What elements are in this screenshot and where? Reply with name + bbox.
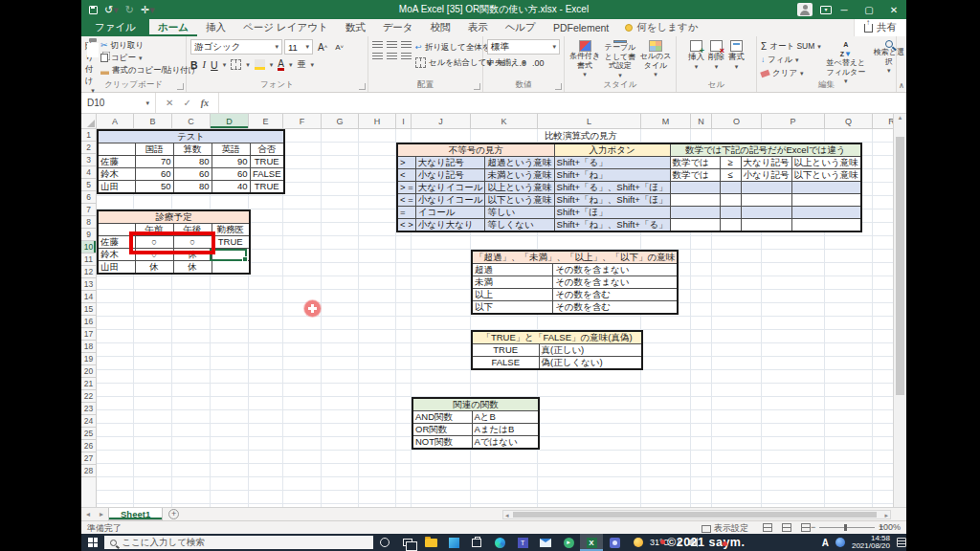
new-sheet-button[interactable]: + bbox=[168, 509, 179, 519]
cell[interactable]: 以下という意味 bbox=[791, 169, 861, 182]
cell[interactable]: 以上という意味 bbox=[485, 182, 554, 194]
cell[interactable]: TRUE bbox=[212, 236, 250, 249]
column-header-K[interactable]: K bbox=[471, 114, 538, 128]
account-avatar[interactable] bbox=[797, 3, 813, 16]
cell[interactable]: 勤務医 bbox=[212, 224, 250, 236]
tab-ヘルプ[interactable]: ヘルプ bbox=[497, 19, 545, 36]
copy-button[interactable]: コピー▾ bbox=[100, 52, 196, 64]
cell[interactable]: 80 bbox=[173, 181, 212, 194]
cells-area[interactable]: テスト国語算数英語合否佐藤708090TRUE鈴木606060FALSE山田50… bbox=[97, 129, 893, 507]
column-header-H[interactable]: H bbox=[359, 114, 396, 128]
cell[interactable] bbox=[791, 194, 861, 207]
name-box[interactable]: D10▾ bbox=[81, 93, 156, 113]
cell[interactable]: 以上という意味 bbox=[791, 157, 861, 169]
italic-button[interactable]: I bbox=[203, 59, 207, 70]
row-header-27[interactable]: 27 bbox=[81, 452, 96, 465]
number-format-combo[interactable]: 標準▾ bbox=[487, 39, 560, 55]
cell[interactable]: 数学では bbox=[670, 157, 720, 169]
cell[interactable]: 以下 bbox=[472, 301, 553, 315]
cell[interactable]: 等しい bbox=[485, 207, 554, 219]
cell[interactable]: TRUE bbox=[250, 181, 284, 194]
align-top-icon[interactable] bbox=[372, 41, 383, 50]
find-select-button[interactable]: 検索と選択▾ bbox=[872, 39, 906, 79]
cell[interactable]: 関連の関数 bbox=[412, 398, 539, 411]
row-header-7[interactable]: 7 bbox=[81, 204, 96, 216]
sheet-nav-left-icon[interactable]: ◂ bbox=[81, 510, 95, 518]
ime-ball-icon[interactable] bbox=[835, 538, 845, 547]
column-header-A[interactable]: A bbox=[97, 114, 134, 128]
row-header-11[interactable]: 11 bbox=[81, 253, 96, 266]
select-all-corner[interactable] bbox=[81, 114, 97, 129]
cell[interactable]: 超過 bbox=[472, 264, 553, 276]
column-header-J[interactable]: J bbox=[412, 114, 471, 128]
paste-button[interactable]: 貼り付け ▾ bbox=[85, 39, 100, 79]
column-header-Q[interactable]: Q bbox=[825, 114, 873, 128]
fill-button[interactable]: ↓フィル▾ bbox=[761, 54, 821, 66]
cell[interactable]: AまたはB bbox=[472, 424, 539, 436]
teams-button[interactable]: T bbox=[511, 534, 534, 551]
cell[interactable]: ≤ bbox=[720, 169, 741, 182]
minimize-button[interactable]: ─ bbox=[832, 0, 857, 19]
row-header-13[interactable]: 13 bbox=[81, 278, 96, 291]
fill-color-icon[interactable] bbox=[255, 59, 265, 70]
zoom-level[interactable]: 100% bbox=[879, 522, 901, 532]
cell[interactable]: 合否 bbox=[250, 143, 284, 156]
cell[interactable] bbox=[791, 182, 861, 194]
cell[interactable]: 大なり記号 bbox=[741, 157, 791, 169]
sheet-nav-right-icon[interactable]: ▸ bbox=[95, 510, 108, 518]
tab-挿入[interactable]: 挿入 bbox=[197, 19, 234, 36]
tab-ホーム[interactable]: ホーム bbox=[149, 19, 197, 36]
cell[interactable]: その数を含む bbox=[553, 289, 679, 301]
column-header-M[interactable]: M bbox=[641, 114, 691, 128]
edge-button[interactable] bbox=[488, 534, 511, 551]
cell[interactable]: Shift+「ね」、Shift+「る」 bbox=[554, 219, 670, 232]
cell[interactable]: OR関数 bbox=[412, 424, 472, 436]
start-button[interactable] bbox=[81, 534, 104, 551]
cell[interactable]: 不等号の見方 bbox=[397, 143, 554, 157]
row-header-17[interactable]: 17 bbox=[81, 328, 96, 341]
cell[interactable]: 佐藤 bbox=[98, 156, 135, 168]
zoom-slider[interactable] bbox=[819, 527, 875, 528]
cell[interactable] bbox=[791, 207, 861, 219]
cell[interactable]: 小なりイコール bbox=[415, 194, 485, 207]
currency-format-icon[interactable]: ¥ bbox=[487, 58, 492, 68]
cell[interactable] bbox=[741, 219, 791, 232]
horizontal-scroll-thumb[interactable] bbox=[513, 512, 877, 518]
font-color-icon[interactable]: A bbox=[278, 59, 284, 71]
cell[interactable]: 偽(正しくない) bbox=[539, 357, 642, 370]
share-app-button[interactable]: ▸ bbox=[557, 534, 580, 551]
dialog-launcher-icon[interactable] bbox=[177, 83, 184, 90]
cell[interactable] bbox=[670, 207, 720, 219]
row-header-22[interactable]: 22 bbox=[81, 390, 96, 403]
cell[interactable] bbox=[720, 219, 741, 232]
cell[interactable]: 入力ボタン bbox=[554, 143, 670, 157]
cell[interactable]: Aではない bbox=[472, 436, 539, 450]
weather-icon[interactable] bbox=[634, 538, 643, 547]
cut-button[interactable]: ✂切り取り bbox=[100, 39, 196, 52]
cell[interactable]: TRUE bbox=[472, 344, 539, 357]
comma-style-icon[interactable]: , bbox=[511, 58, 514, 68]
vertical-scroll-thumb[interactable] bbox=[896, 137, 904, 395]
cell[interactable]: Shift+「ほ」 bbox=[554, 207, 670, 219]
row-header-21[interactable]: 21 bbox=[81, 378, 96, 390]
cell[interactable]: その数を含まない bbox=[553, 276, 679, 289]
tab-ページ レイアウト[interactable]: ページ レイアウト bbox=[234, 19, 337, 36]
undo-icon[interactable]: ↺▾ bbox=[104, 5, 119, 15]
action-center-icon[interactable] bbox=[897, 538, 906, 547]
cell[interactable]: 60 bbox=[135, 168, 173, 181]
tab-PDFelement[interactable]: PDFelement bbox=[545, 19, 617, 36]
task-view-button[interactable] bbox=[396, 534, 419, 551]
row-header-24[interactable]: 24 bbox=[81, 415, 96, 428]
align-bottom-icon[interactable] bbox=[401, 41, 412, 50]
cell[interactable]: 数学では bbox=[670, 169, 720, 182]
cancel-icon[interactable]: ✕ bbox=[166, 98, 173, 108]
row-header-18[interactable]: 18 bbox=[81, 341, 96, 353]
column-header-N[interactable]: N bbox=[691, 114, 712, 128]
cell[interactable] bbox=[720, 182, 741, 194]
tab-数式[interactable]: 数式 bbox=[337, 19, 374, 36]
cell[interactable]: テスト bbox=[98, 130, 284, 143]
normal-view-icon[interactable] bbox=[763, 523, 772, 532]
page-layout-view-icon[interactable] bbox=[782, 523, 791, 532]
ime-mode-indicator[interactable]: A bbox=[822, 538, 829, 548]
column-header-E[interactable]: E bbox=[249, 114, 283, 128]
